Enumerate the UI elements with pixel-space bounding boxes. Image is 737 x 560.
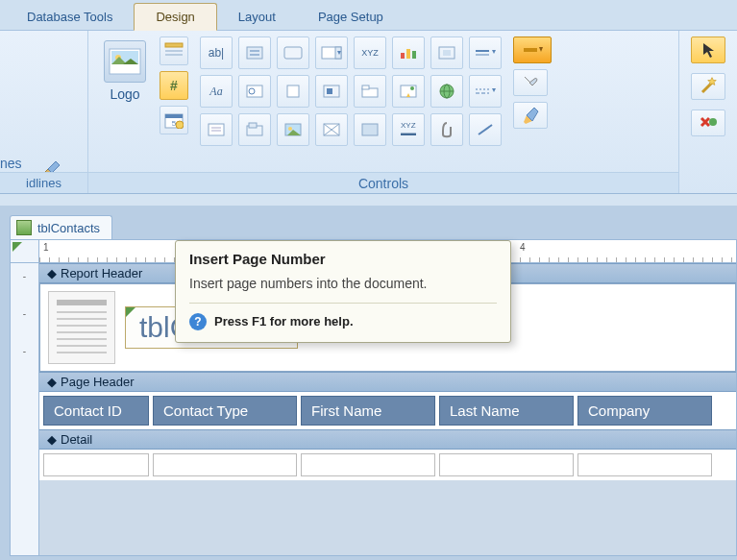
svg-rect-50: [362, 124, 378, 135]
title-button[interactable]: [160, 37, 188, 65]
col-company[interactable]: Company: [577, 396, 712, 426]
detail-label: Detail: [61, 432, 92, 447]
svg-point-53: [709, 118, 717, 126]
svg-rect-23: [443, 50, 451, 56]
svg-point-34: [410, 86, 414, 90]
tooltip-body: Insert page numbers into the document.: [189, 275, 497, 293]
option-group-control[interactable]: [238, 113, 271, 146]
activex-button[interactable]: [691, 110, 725, 136]
svg-rect-40: [209, 124, 224, 135]
pencil-color-button[interactable]: [513, 102, 548, 129]
svg-rect-21: [412, 51, 416, 59]
page-number-button[interactable]: #: [160, 71, 188, 100]
font-control[interactable]: Aa: [200, 75, 233, 108]
logo-placeholder[interactable]: [48, 291, 115, 364]
col-first-name[interactable]: First Name: [301, 396, 435, 426]
svg-line-51: [479, 125, 492, 134]
subform-control[interactable]: [392, 75, 425, 108]
listbox-control[interactable]: XYZ: [354, 37, 386, 69]
svg-rect-16: [284, 47, 302, 59]
svg-point-12: [176, 121, 184, 129]
tab-control[interactable]: [354, 75, 386, 108]
svg-rect-52: [524, 48, 537, 52]
option-button-control[interactable]: [238, 75, 271, 108]
chart-control[interactable]: [392, 37, 425, 69]
svg-rect-20: [406, 49, 410, 59]
ribbon: nes idlines Logo # 5: [0, 31, 737, 194]
svg-rect-10: [165, 114, 183, 118]
tools-button[interactable]: [513, 69, 548, 96]
ribbon-group-controls: Logo # 5 ab| XYZ: [88, 31, 679, 193]
line-control[interactable]: [469, 113, 502, 146]
tooltip-help-text: Press F1 for more help.: [214, 314, 354, 329]
svg-rect-6: [165, 43, 183, 47]
tab-page-setup[interactable]: Page Setup: [297, 4, 405, 30]
help-icon: ?: [189, 313, 207, 330]
document-tab[interactable]: tblContacts: [10, 215, 112, 239]
detail-cell[interactable]: [43, 453, 149, 476]
tab-database-tools[interactable]: Database Tools: [6, 4, 134, 30]
vertical-ruler[interactable]: ---: [11, 263, 39, 555]
line-type-dropdown[interactable]: [469, 75, 502, 108]
image-control[interactable]: [277, 113, 309, 146]
control-wizards-button[interactable]: [691, 73, 725, 100]
partial-label-nes: nes: [0, 156, 22, 171]
collapse-icon: ◆: [47, 432, 57, 447]
svg-rect-28: [287, 85, 299, 97]
textbox-control[interactable]: ab|: [200, 37, 233, 69]
unbound-frame-control[interactable]: [430, 37, 463, 69]
tooltip-help-row: ? Press F1 for more help.: [189, 313, 497, 330]
col-last-name[interactable]: Last Name: [439, 396, 574, 426]
svg-rect-30: [327, 88, 332, 94]
document-tab-label: tblContacts: [37, 221, 100, 235]
col-contact-id[interactable]: Contact ID: [43, 396, 149, 426]
col-contact-type[interactable]: Contact Type: [153, 396, 297, 426]
controls-grid: ab| XYZ Aa X: [200, 37, 502, 146]
svg-rect-32: [362, 85, 369, 89]
listbox2-control[interactable]: XYZ▬▬: [392, 113, 425, 146]
line-style-dropdown[interactable]: [469, 37, 502, 69]
svg-rect-13: [247, 47, 262, 59]
logo-icon: [104, 40, 146, 83]
line-color-button[interactable]: [513, 37, 552, 63]
svg-rect-44: [249, 123, 257, 128]
checkbox-control[interactable]: [277, 75, 309, 108]
page-header-bar[interactable]: ◆ Page Header: [39, 372, 736, 392]
select-arrow-button[interactable]: [691, 37, 725, 63]
detail-bar[interactable]: ◆ Detail: [39, 429, 736, 450]
detail-cell[interactable]: [577, 453, 712, 476]
detail-section[interactable]: [39, 450, 736, 480]
detail-cell[interactable]: [301, 453, 435, 476]
toggle-control[interactable]: [315, 75, 348, 108]
report-header-label: Report Header: [61, 266, 142, 280]
insert-page-number-tooltip: Insert Page Number Insert page numbers i…: [175, 240, 511, 343]
combobox-control[interactable]: [315, 37, 348, 69]
button-control[interactable]: [277, 37, 309, 69]
logo-label: Logo: [110, 86, 139, 102]
logo-button[interactable]: Logo: [96, 37, 154, 106]
ribbon-group-right: [679, 31, 737, 193]
select-all-corner[interactable]: [11, 240, 39, 263]
report-icon: [16, 220, 32, 235]
textbox2-control[interactable]: [200, 113, 233, 146]
bound-frame-control[interactable]: [315, 113, 348, 146]
page-header-label: Page Header: [61, 375, 135, 389]
ribbon-tabbar: Database Tools Design Layout Page Setup: [0, 0, 737, 31]
ribbon-group-title-controls: Controls: [88, 172, 678, 193]
tab-design[interactable]: Design: [134, 3, 216, 31]
column-headers-row[interactable]: Contact ID Contact Type First Name Last …: [39, 392, 736, 429]
tab-layout[interactable]: Layout: [217, 4, 297, 30]
tooltip-title: Insert Page Number: [189, 251, 497, 267]
hyperlink-control[interactable]: [430, 75, 463, 108]
svg-rect-19: [401, 53, 405, 59]
collapse-icon: ◆: [47, 266, 57, 280]
label-control[interactable]: [238, 37, 271, 69]
svg-point-46: [288, 127, 292, 131]
detail-cell[interactable]: [153, 453, 297, 476]
date-time-button[interactable]: 5: [160, 106, 188, 134]
attachment-control[interactable]: [430, 113, 463, 146]
detail-cell[interactable]: [439, 453, 574, 476]
ribbon-group-title-gridlines: idlines: [0, 172, 87, 193]
rectangle-control[interactable]: [354, 113, 386, 146]
hash-icon: #: [170, 78, 178, 93]
